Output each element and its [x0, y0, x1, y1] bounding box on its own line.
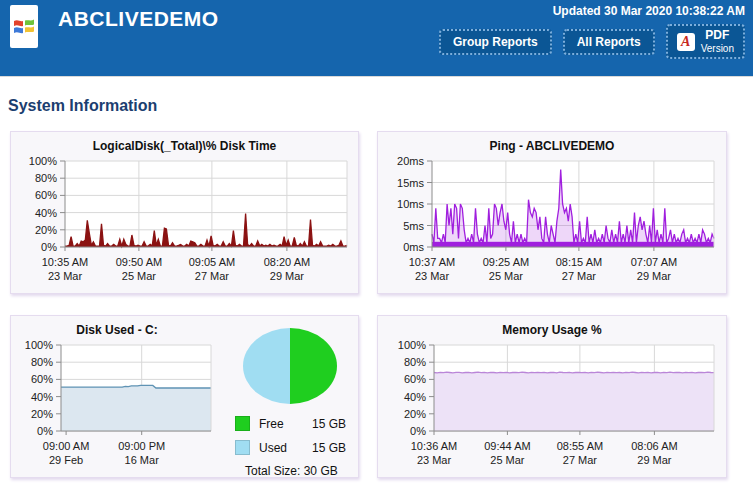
svg-text:80%: 80% — [35, 172, 57, 184]
svg-text:20%: 20% — [31, 408, 53, 420]
windows-logo-icon — [10, 5, 38, 48]
svg-text:27 Mar: 27 Mar — [563, 454, 598, 466]
svg-text:29 Mar: 29 Mar — [270, 270, 305, 282]
svg-text:10:36 AM: 10:36 AM — [411, 440, 457, 452]
pdf-version-button[interactable]: A PDF Version — [666, 24, 745, 59]
legend-row-free: Free 15 GB — [235, 416, 352, 431]
all-reports-button[interactable]: All Reports — [563, 29, 655, 55]
svg-text:07:07 AM: 07:07 AM — [631, 256, 677, 268]
svg-text:20ms: 20ms — [397, 157, 424, 167]
used-value: 15 GB — [312, 441, 346, 455]
svg-text:100%: 100% — [25, 341, 53, 351]
disk-time-chart: 0%20%40%60%80%100%10:35 AM23 Mar09:50 AM… — [11, 157, 356, 287]
free-label: Free — [259, 417, 303, 431]
svg-text:08:06 AM: 08:06 AM — [631, 440, 677, 452]
pdf-button-label: PDF — [701, 29, 734, 43]
free-value: 15 GB — [312, 417, 346, 431]
ping-chart: 0ms5ms10ms15ms20ms10:37 AM23 Mar09:25 AM… — [378, 157, 723, 287]
svg-text:25 Mar: 25 Mar — [490, 454, 525, 466]
free-swatch-icon — [235, 416, 250, 431]
pdf-button-sublabel: Version — [701, 43, 734, 55]
disk-used-chart-title: Disk Used - C: — [11, 323, 223, 341]
svg-text:23 Mar: 23 Mar — [415, 270, 450, 282]
disk-used-chart: 0%20%40%60%80%100%09:00 AM29 Feb09:00 PM… — [11, 341, 221, 471]
svg-text:100%: 100% — [398, 341, 426, 351]
panel-disk-time: LogicalDisk(_Total)\% Disk Time 0%20%40%… — [10, 131, 359, 294]
used-label: Used — [259, 441, 303, 455]
svg-text:80%: 80% — [31, 356, 53, 368]
svg-text:80%: 80% — [404, 356, 426, 368]
header-bar: ABCLIVEDEMO Updated 30 Mar 2020 10:38:22… — [0, 0, 753, 77]
panel-ping: Ping - ABCLIVEDEMO 0ms5ms10ms15ms20ms10:… — [377, 131, 727, 294]
svg-text:09:00 PM: 09:00 PM — [118, 440, 165, 452]
svg-text:09:44 AM: 09:44 AM — [484, 440, 530, 452]
svg-text:29 Mar: 29 Mar — [637, 454, 672, 466]
svg-text:0ms: 0ms — [403, 241, 424, 253]
svg-text:60%: 60% — [404, 373, 426, 385]
svg-text:23 Mar: 23 Mar — [48, 270, 83, 282]
page-title: System Information — [8, 97, 753, 115]
svg-text:08:20 AM: 08:20 AM — [264, 256, 310, 268]
legend-row-used: Used 15 GB — [235, 440, 352, 455]
svg-text:08:15 AM: 08:15 AM — [556, 256, 602, 268]
pie-legend: Free 15 GB Used 15 GB Total Size: 30 GB — [229, 416, 352, 478]
svg-text:5ms: 5ms — [403, 220, 424, 232]
panel-memory: Memory Usage % 0%20%40%60%80%100%10:36 A… — [377, 315, 727, 478]
svg-text:10:37 AM: 10:37 AM — [409, 256, 455, 268]
pdf-icon: A — [677, 33, 695, 51]
svg-text:08:55 AM: 08:55 AM — [557, 440, 603, 452]
svg-text:20%: 20% — [404, 408, 426, 420]
app-title: ABCLIVEDEMO — [58, 7, 219, 31]
svg-text:27 Mar: 27 Mar — [562, 270, 597, 282]
svg-text:27 Mar: 27 Mar — [195, 270, 230, 282]
svg-text:0%: 0% — [37, 425, 53, 437]
svg-text:15ms: 15ms — [397, 177, 424, 189]
updated-timestamp: Updated 30 Mar 2020 10:38:22 AM — [439, 4, 745, 18]
svg-text:0%: 0% — [41, 241, 57, 253]
svg-text:29 Mar: 29 Mar — [637, 270, 672, 282]
ping-chart-title: Ping - ABCLIVEDEMO — [378, 139, 726, 157]
disk-usage-pie-chart — [229, 325, 351, 407]
disk-time-chart-title: LogicalDisk(_Total)\% Disk Time — [11, 139, 358, 157]
svg-text:10:35 AM: 10:35 AM — [42, 256, 88, 268]
svg-text:60%: 60% — [35, 189, 57, 201]
total-size-label: Total Size: 30 GB — [235, 464, 352, 478]
svg-text:29 Feb: 29 Feb — [49, 454, 83, 466]
svg-text:40%: 40% — [404, 391, 426, 403]
memory-chart-title: Memory Usage % — [378, 323, 726, 341]
svg-text:09:25 AM: 09:25 AM — [483, 256, 529, 268]
svg-text:40%: 40% — [31, 391, 53, 403]
svg-text:16 Mar: 16 Mar — [125, 454, 160, 466]
svg-text:25 Mar: 25 Mar — [489, 270, 524, 282]
svg-text:25 Mar: 25 Mar — [122, 270, 157, 282]
svg-text:60%: 60% — [31, 373, 53, 385]
svg-text:09:50 AM: 09:50 AM — [116, 256, 162, 268]
svg-text:23 Mar: 23 Mar — [417, 454, 452, 466]
group-reports-button[interactable]: Group Reports — [439, 29, 552, 55]
svg-text:10ms: 10ms — [397, 198, 424, 210]
panel-disk-used: Disk Used - C: 0%20%40%60%80%100%09:00 A… — [10, 315, 359, 478]
svg-text:100%: 100% — [29, 157, 57, 167]
charts-grid: LogicalDisk(_Total)\% Disk Time 0%20%40%… — [0, 131, 753, 478]
used-swatch-icon — [235, 440, 250, 455]
svg-text:40%: 40% — [35, 207, 57, 219]
svg-text:09:05 AM: 09:05 AM — [189, 256, 235, 268]
svg-text:09:00 AM: 09:00 AM — [43, 440, 89, 452]
memory-usage-chart: 0%20%40%60%80%100%10:36 AM23 Mar09:44 AM… — [378, 341, 723, 471]
svg-text:0%: 0% — [410, 425, 426, 437]
svg-text:20%: 20% — [35, 224, 57, 236]
